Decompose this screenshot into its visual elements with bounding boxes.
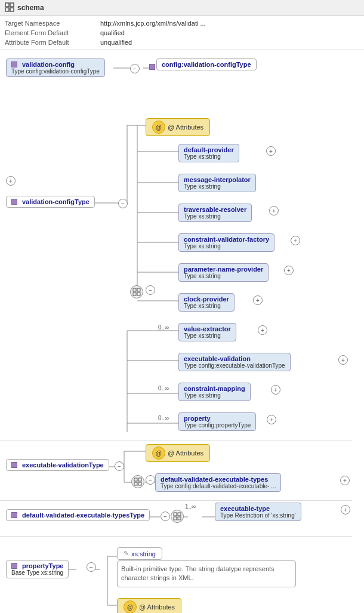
compose-circle[interactable] xyxy=(130,285,143,298)
dvetType-name: default-validated-executable-typesType xyxy=(22,512,144,519)
plus-icon12[interactable]: + xyxy=(341,505,350,515)
plus-icon10[interactable]: + xyxy=(267,415,276,424)
propertyType-node[interactable]: propertyType Base Type xs:string xyxy=(6,560,69,578)
compose-icon[interactable] xyxy=(130,285,143,298)
dvet-plus[interactable]: + xyxy=(340,476,350,485)
propertyType-basetype: Base Type xs:string xyxy=(11,569,63,576)
evt-compose-minus[interactable]: − xyxy=(146,475,155,485)
default-provider-plus[interactable]: + xyxy=(266,146,276,156)
at-badge-evt: @ xyxy=(152,446,165,460)
value-extractor-node[interactable]: value-extractor Type xs:string xyxy=(178,323,236,341)
svg-rect-41 xyxy=(133,292,136,295)
clock-provider-name: clock-provider xyxy=(184,295,229,303)
svg-rect-40 xyxy=(137,288,140,291)
constraint-mapping-type: Type xs:string xyxy=(184,392,245,399)
grid-icon xyxy=(5,2,14,13)
plus-icon3[interactable]: + xyxy=(269,206,279,215)
svg-rect-46 xyxy=(138,482,141,485)
attribute-form-value: unqualified xyxy=(100,39,132,46)
executable-type-type: Type Restriction of 'xs:string' xyxy=(220,512,296,519)
plus-icon11[interactable]: + xyxy=(340,476,350,485)
evt-minus[interactable]: − xyxy=(115,461,124,471)
dvetType-minus[interactable]: − xyxy=(161,512,170,521)
svg-rect-49 xyxy=(174,517,177,520)
minus-icon[interactable]: − xyxy=(118,199,128,208)
minus-icon6[interactable]: − xyxy=(87,562,96,572)
header-title: schema xyxy=(17,4,44,12)
attributes-node-top[interactable]: @ @ Attributes xyxy=(146,118,210,136)
purple-square-icon6 xyxy=(11,563,17,569)
element-form-label: Element Form Default xyxy=(5,29,100,36)
ev-plus[interactable]: + xyxy=(338,355,348,365)
cvf-plus[interactable]: + xyxy=(291,236,300,245)
plus-icon6[interactable]: + xyxy=(253,295,263,305)
validation-configType-minus[interactable]: − xyxy=(118,199,128,208)
compose-minus[interactable]: − xyxy=(146,285,155,295)
cp-plus[interactable]: + xyxy=(253,295,263,305)
dvetType-node[interactable]: default-validated-executable-typesType xyxy=(6,509,150,521)
attribute-form-label: Attribute Form Default xyxy=(5,39,100,46)
executable-validationType-node[interactable]: executable-validationType xyxy=(6,459,109,471)
evt-compose[interactable] xyxy=(131,475,144,488)
clock-provider-node[interactable]: clock-provider Type xs:string xyxy=(178,293,235,312)
message-interpolator-node[interactable]: message-interpolator Type xs:string xyxy=(178,174,256,192)
plus-icon[interactable]: + xyxy=(266,146,276,156)
header: schema xyxy=(0,0,364,16)
constraint-validator-factory-node[interactable]: constraint-validator-factory Type xs:str… xyxy=(178,233,274,252)
purple-square-icon4 xyxy=(11,462,17,468)
prop-plus[interactable]: + xyxy=(267,415,276,424)
validation-config-node[interactable]: validation-config Type config:validation… xyxy=(6,58,105,77)
xs-string-node[interactable]: ✎ xs:string xyxy=(117,547,162,560)
constraint-mapping-node[interactable]: constraint-mapping Type xs:string xyxy=(178,383,251,401)
executable-validation-node[interactable]: executable-validation Type config:execut… xyxy=(178,353,291,371)
default-provider-node[interactable]: default-provider Type xs:string xyxy=(178,144,239,162)
pt-minus[interactable]: − xyxy=(87,562,96,572)
minus-circle-icon[interactable]: − xyxy=(130,64,140,73)
et-plus[interactable]: + xyxy=(341,505,350,515)
executable-validation-name: executable-validation xyxy=(184,355,285,362)
dvet-node[interactable]: default-validated-executable-types Type … xyxy=(155,473,281,492)
dvetType-compose-icon[interactable] xyxy=(171,510,184,523)
plus-icon4[interactable]: + xyxy=(291,236,300,245)
default-provider-name: default-provider xyxy=(184,146,234,153)
xs-string-description: Built-in primitive type. The string data… xyxy=(121,565,292,583)
svg-rect-48 xyxy=(178,513,181,516)
config-validation-configType-node[interactable]: config:validation-configType xyxy=(156,58,257,70)
value-extractor-multiplicity: 0..∞ xyxy=(158,324,169,331)
parameter-name-provider-node[interactable]: parameter-name-provider Type xs:string xyxy=(178,263,269,282)
minus-icon2[interactable]: − xyxy=(146,285,155,295)
plus-icon7[interactable]: + xyxy=(258,325,267,335)
evt-compose-icon[interactable] xyxy=(131,475,144,488)
plus-icon8[interactable]: + xyxy=(338,355,348,365)
minus-icon5[interactable]: − xyxy=(161,512,170,521)
pnp-plus[interactable]: + xyxy=(284,266,294,275)
executable-type-node[interactable]: executable-type Type Restriction of 'xs:… xyxy=(215,503,301,521)
attributes-label-top: @ Attributes xyxy=(168,124,203,131)
attributes-label-evt: @ Attributes xyxy=(168,449,203,457)
traversable-resolver-node[interactable]: traversable-resolver Type xs:string xyxy=(178,204,252,222)
target-namespace-row: Target Namespace http://xmlns.jcp.org/xm… xyxy=(5,19,359,28)
property-node[interactable]: property Type config:propertyType xyxy=(178,412,256,431)
dvet-name: default-validated-executable-types xyxy=(161,476,276,483)
constraint-validator-factory-name: constraint-validator-factory xyxy=(184,236,269,243)
cm-plus[interactable]: + xyxy=(271,385,280,395)
plus-icon9[interactable]: + xyxy=(271,385,280,395)
traversable-resolver-plus[interactable]: + xyxy=(269,206,279,215)
message-interpolator-type: Type xs:string xyxy=(184,183,251,190)
plus-icon5[interactable]: + xyxy=(284,266,294,275)
minus-icon4[interactable]: − xyxy=(146,475,155,485)
svg-rect-44 xyxy=(138,478,141,481)
validation-config-minus[interactable]: − xyxy=(130,64,140,73)
validation-configType-node[interactable]: validation-configType xyxy=(6,196,95,208)
ve-plus[interactable]: + xyxy=(258,325,267,335)
dvetType-compose[interactable] xyxy=(171,510,184,523)
config-validation-configType-label: config:validation-configType xyxy=(162,61,251,68)
message-interpolator-plus[interactable]: + xyxy=(6,176,16,186)
plus-icon2[interactable]: + xyxy=(6,176,16,186)
svg-rect-0 xyxy=(5,3,9,7)
minus-icon3[interactable]: − xyxy=(115,461,124,471)
svg-rect-42 xyxy=(137,292,140,295)
purple-square-icon5 xyxy=(11,512,17,518)
attributes-node-pt[interactable]: @ @ Attributes xyxy=(117,598,181,613)
attributes-node-evt[interactable]: @ @ Attributes xyxy=(146,444,210,462)
